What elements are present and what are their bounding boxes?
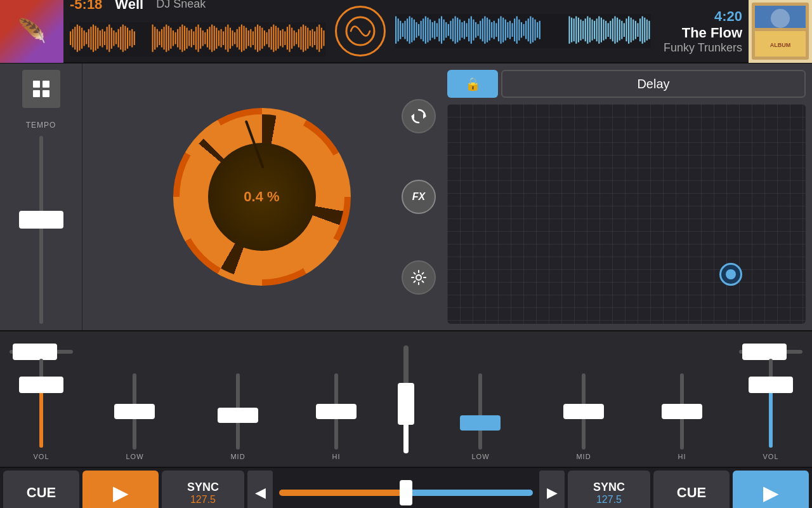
svg-rect-90 xyxy=(289,24,290,51)
left-deck-art[interactable]: 🪶 xyxy=(0,0,63,63)
svg-rect-167 xyxy=(530,16,531,43)
cf-thumb[interactable] xyxy=(400,480,412,505)
turntable-ring[interactable]: 0.4 % xyxy=(180,114,344,279)
right-mid-thumb[interactable] xyxy=(563,404,604,419)
svg-rect-59 xyxy=(218,30,219,46)
svg-rect-130 xyxy=(445,22,447,37)
left-arrow-button[interactable]: ◀ xyxy=(247,471,273,508)
svg-rect-133 xyxy=(452,18,454,41)
fx-pad-dot[interactable] xyxy=(719,263,742,286)
svg-rect-144 xyxy=(478,24,479,36)
left-mid-thumb[interactable] xyxy=(218,408,258,423)
svg-rect-184 xyxy=(596,18,598,41)
bottom-bar: CUE ▶ SYNC 127.5 ◀ ▶ SYNC 127.5 CUE ▶ xyxy=(0,467,812,508)
svg-rect-206 xyxy=(646,19,648,40)
right-hi-thumb[interactable] xyxy=(662,404,702,419)
svg-rect-202 xyxy=(637,23,638,37)
left-mid-track xyxy=(236,373,240,450)
svg-rect-86 xyxy=(280,30,281,46)
svg-rect-176 xyxy=(578,18,579,43)
sync-button[interactable] xyxy=(402,99,436,133)
svg-rect-163 xyxy=(521,22,522,37)
svg-rect-89 xyxy=(287,27,288,50)
turntable-outer[interactable]: 0.4 % xyxy=(173,108,351,286)
svg-rect-70 xyxy=(243,26,244,51)
right-arrow-icon: ▶ xyxy=(547,485,558,501)
svg-rect-45 xyxy=(187,27,188,48)
crossfader-h-section[interactable] xyxy=(276,490,536,496)
svg-rect-149 xyxy=(489,19,490,40)
crossfader-h-track[interactable] xyxy=(279,490,533,496)
svg-rect-147 xyxy=(484,16,485,43)
svg-rect-168 xyxy=(532,18,534,43)
right-arrow-button[interactable]: ▶ xyxy=(539,471,565,508)
svg-rect-108 xyxy=(395,16,396,43)
svg-rect-13 xyxy=(97,27,98,48)
right-sync-button[interactable]: SYNC 127.5 xyxy=(568,471,650,508)
center-controls: FX xyxy=(396,64,441,330)
svg-rect-78 xyxy=(261,27,263,48)
left-hi-thumb[interactable] xyxy=(316,404,357,419)
svg-rect-154 xyxy=(500,16,501,43)
right-waveform[interactable] xyxy=(395,14,651,48)
svg-rect-109 xyxy=(398,18,399,41)
grid-button[interactable] xyxy=(22,70,60,108)
left-low-track xyxy=(133,373,136,450)
svg-rect-33 xyxy=(159,31,160,45)
left-vol-h-thumb[interactable] xyxy=(13,344,57,360)
svg-rect-95 xyxy=(300,27,301,50)
right-play-button[interactable]: ▶ xyxy=(733,471,809,508)
svg-rect-127 xyxy=(438,18,440,41)
left-waveform[interactable] xyxy=(70,22,325,57)
right-deck-art[interactable]: ALBUM xyxy=(749,0,812,63)
svg-rect-156 xyxy=(505,19,506,40)
svg-rect-85 xyxy=(277,27,278,48)
right-low-thumb[interactable] xyxy=(460,415,501,431)
svg-rect-26 xyxy=(127,27,128,48)
turntable-percent: 0.4 % xyxy=(244,189,279,205)
svg-rect-69 xyxy=(241,24,242,51)
svg-rect-155 xyxy=(502,18,504,43)
svg-line-225 xyxy=(414,272,416,274)
svg-rect-165 xyxy=(525,21,527,39)
settings-button[interactable] xyxy=(402,260,436,295)
svg-rect-80 xyxy=(266,32,267,44)
svg-rect-116 xyxy=(414,19,415,40)
svg-rect-161 xyxy=(516,16,518,43)
svg-rect-82 xyxy=(271,27,272,50)
left-play-button[interactable]: ▶ xyxy=(82,471,159,508)
left-vol-v-thumb[interactable] xyxy=(19,377,63,393)
svg-text:ALBUM: ALBUM xyxy=(770,42,791,48)
tempo-slider-thumb[interactable] xyxy=(19,211,63,229)
right-vol-h-thumb[interactable] xyxy=(742,344,787,360)
svg-rect-179 xyxy=(585,18,586,41)
fx-name-button[interactable]: Delay xyxy=(501,70,806,98)
left-low-thumb[interactable] xyxy=(114,404,155,419)
svg-rect-32 xyxy=(157,29,158,48)
right-hi-channel: HI xyxy=(678,373,686,460)
fx-pad[interactable] xyxy=(447,104,806,324)
right-cue-button[interactable]: CUE xyxy=(653,471,730,508)
svg-rect-83 xyxy=(273,24,274,51)
svg-rect-204 xyxy=(642,16,643,43)
svg-rect-35 xyxy=(164,27,165,50)
svg-rect-81 xyxy=(268,29,270,48)
right-sync-label: SYNC xyxy=(593,481,625,494)
fx-lock-button[interactable]: 🔒 xyxy=(447,70,498,98)
top-bar: 🪶 -5:18 Well DJ Sneak xyxy=(0,0,812,64)
left-cue-button[interactable]: CUE xyxy=(3,471,79,508)
right-vol-v-thumb[interactable] xyxy=(749,377,793,393)
svg-rect-39 xyxy=(173,30,174,46)
svg-rect-180 xyxy=(587,16,588,43)
svg-rect-203 xyxy=(639,18,641,41)
crossfader-v-thumb[interactable] xyxy=(398,383,414,425)
svg-rect-97 xyxy=(305,26,306,51)
turntable[interactable]: 0.4 % xyxy=(173,108,351,286)
svg-rect-43 xyxy=(181,24,183,51)
svg-rect-110 xyxy=(400,21,401,39)
svg-rect-5 xyxy=(79,26,80,51)
fx-button[interactable]: FX xyxy=(402,180,436,214)
svg-rect-150 xyxy=(491,22,492,37)
left-sync-button[interactable]: SYNC 127.5 xyxy=(162,471,244,508)
svg-rect-201 xyxy=(635,21,636,39)
